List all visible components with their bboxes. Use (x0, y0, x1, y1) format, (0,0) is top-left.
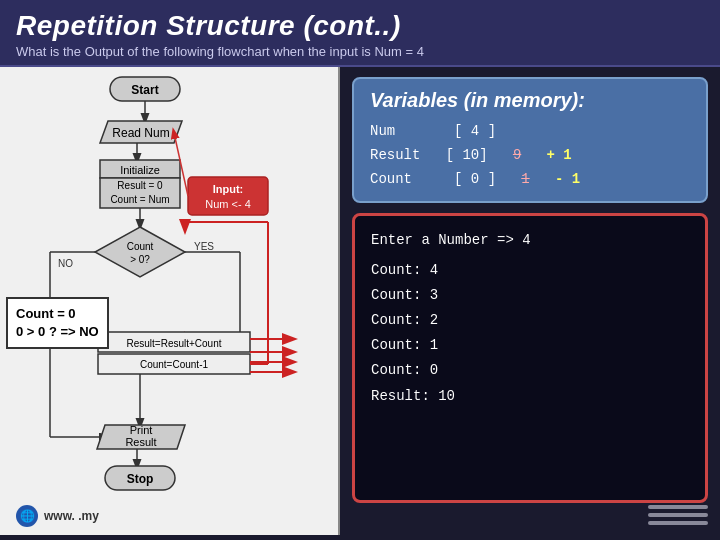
terminal-box: Enter a Number => 4 Count: 4Count: 3Coun… (352, 213, 708, 503)
deco-line-2 (648, 513, 708, 517)
variables-box: Variables (in memory): Num [ 4 ] Result … (352, 77, 708, 203)
num-value: [ 4 ] (454, 123, 496, 139)
svg-text:Initialize: Initialize (120, 164, 160, 176)
svg-text:NO: NO (58, 258, 73, 269)
terminal-line: Result: 10 (371, 384, 689, 409)
terminal-prompt: Enter a Number => 4 (371, 228, 689, 253)
svg-text:Start: Start (131, 83, 158, 97)
header: Repetition Structure (cont..) What is th… (0, 0, 720, 67)
variables-title: Variables (in memory): (370, 89, 690, 112)
svg-text:> 0?: > 0? (130, 254, 150, 265)
website-footer: 🌐 www. .my (16, 505, 99, 527)
terminal-line: Count: 0 (371, 358, 689, 383)
deco-line-3 (648, 521, 708, 525)
result-old: 9 (513, 147, 521, 163)
var-result-row: Result [ 10] 9 + 1 (370, 144, 690, 168)
website-url: www. .my (44, 509, 99, 523)
var-num-row: Num [ 4 ] (370, 120, 690, 144)
main-content: Count = 0 0 > 0 ? => NO Start Read Num (0, 67, 720, 535)
svg-text:YES: YES (194, 241, 214, 252)
result-value: [ 10] (446, 147, 488, 163)
svg-text:Read Num: Read Num (112, 126, 169, 140)
svg-marker-12 (95, 227, 185, 277)
svg-text:Stop: Stop (127, 472, 154, 486)
count-value: [ 0 ] (454, 171, 496, 187)
variables-content: Num [ 4 ] Result [ 10] 9 + 1 Count (370, 120, 690, 191)
count-no-annotation: Count = 0 0 > 0 ? => NO (6, 297, 109, 349)
terminal-line: Count: 2 (371, 308, 689, 333)
count-label: Count (370, 171, 412, 187)
terminal-line: Count: 1 (371, 333, 689, 358)
svg-text:Result=Result+Count: Result=Result+Count (126, 338, 221, 349)
output-panel: Variables (in memory): Num [ 4 ] Result … (340, 67, 720, 535)
bottom-decoration (648, 505, 708, 525)
svg-text:Input:: Input: (213, 183, 244, 195)
page-title: Repetition Structure (cont..) (16, 10, 704, 42)
svg-text:Result = 0: Result = 0 (117, 180, 163, 191)
terminal-line: Count: 4 (371, 258, 689, 283)
deco-line-1 (648, 505, 708, 509)
svg-text:Count: Count (127, 241, 154, 252)
count-old: 1 (521, 171, 529, 187)
terminal-output: Count: 4Count: 3Count: 2Count: 1Count: 0… (371, 258, 689, 409)
svg-text:Print: Print (130, 424, 153, 436)
page-subtitle: What is the Output of the following flow… (16, 44, 704, 59)
count-minus: - 1 (555, 171, 580, 187)
var-count-row: Count [ 0 ] 1 - 1 (370, 168, 690, 192)
svg-text:Count=Count-1: Count=Count-1 (140, 359, 209, 370)
svg-text:Count = Num: Count = Num (110, 194, 169, 205)
num-label: Num (370, 123, 395, 139)
result-plus: + 1 (547, 147, 572, 163)
terminal-line: Count: 3 (371, 283, 689, 308)
globe-icon: 🌐 (16, 505, 38, 527)
flowchart-panel: Count = 0 0 > 0 ? => NO Start Read Num (0, 67, 340, 535)
result-label: Result (370, 147, 420, 163)
svg-text:Num <- 4: Num <- 4 (205, 198, 251, 210)
svg-text:Result: Result (125, 436, 156, 448)
